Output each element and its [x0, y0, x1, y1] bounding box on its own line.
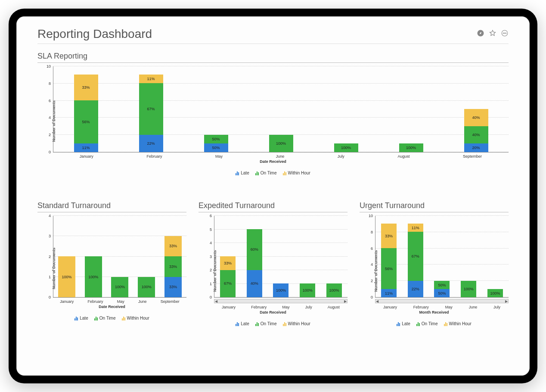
bar-segment[interactable]: 11%: [74, 143, 98, 152]
bar-segment[interactable]: 20%: [464, 143, 488, 152]
bar-segment[interactable]: 56%: [381, 248, 397, 289]
bar-segment[interactable]: 100%: [138, 277, 155, 298]
legend-item[interactable]: Within Hour: [122, 316, 149, 320]
bar-segment[interactable]: 100%: [111, 277, 128, 298]
bar-segment[interactable]: 100%: [399, 143, 423, 152]
bar-column: 100%: [326, 216, 342, 297]
bar-segment[interactable]: 11%: [408, 224, 423, 232]
bar-segment[interactable]: 50%: [434, 281, 450, 289]
bar-segment[interactable]: 50%: [204, 143, 228, 152]
x-tick: February: [251, 305, 267, 309]
bar-column: 40%60%: [247, 216, 262, 297]
legend-item[interactable]: On Time: [255, 171, 277, 175]
y-tick: 4: [49, 115, 53, 120]
compass-icon[interactable]: [477, 29, 484, 39]
bars: 67%33%40%60%100%100%100%: [214, 216, 347, 297]
x-tick: January: [80, 154, 93, 159]
bar-segment[interactable]: 67%: [139, 83, 163, 135]
legend-swatch-icon: [236, 171, 239, 175]
y-tick: 6: [49, 99, 53, 103]
bar-segment[interactable]: 33%: [220, 256, 236, 270]
bar-column: 50%50%: [434, 216, 450, 297]
legend-item[interactable]: Within Hour: [283, 171, 310, 175]
legend-label: On Time: [422, 321, 438, 326]
legend-item[interactable]: Late: [74, 316, 88, 320]
legend-label: On Time: [261, 171, 277, 175]
x-tick: July: [338, 154, 344, 159]
x-tick: September: [463, 154, 482, 159]
bar-segment[interactable]: 50%: [434, 289, 450, 297]
legend-label: Late: [80, 316, 88, 320]
y-tick: 0: [371, 295, 375, 299]
y-tick: 8: [371, 230, 375, 234]
legend-item[interactable]: Within Hour: [444, 321, 472, 326]
legend-item[interactable]: Late: [236, 171, 249, 175]
legend-label: Within Hour: [449, 321, 472, 326]
bar-segment[interactable]: 33%: [164, 236, 182, 257]
x-tick: February: [146, 154, 162, 159]
y-tick: 1: [49, 275, 53, 279]
bar-segment[interactable]: 40%: [247, 270, 262, 297]
bar-segment[interactable]: 22%: [139, 135, 163, 152]
chart-horizontal-scrollbar[interactable]: ◀▶: [214, 299, 347, 303]
x-tick: January: [383, 305, 397, 309]
legend-label: Within Hour: [127, 316, 149, 320]
bar-segment[interactable]: 100%: [85, 256, 102, 297]
y-tick: 5: [210, 227, 214, 232]
bar-segment[interactable]: 100%: [487, 289, 503, 297]
more-icon[interactable]: [501, 29, 509, 39]
bar-segment[interactable]: 56%: [74, 100, 98, 143]
legend: LateOn TimeWithin Hour: [37, 171, 509, 175]
bar-segment[interactable]: 11%: [139, 75, 163, 83]
bar-segment[interactable]: 33%: [164, 256, 182, 277]
x-tick: May: [445, 305, 453, 309]
legend-item[interactable]: Late: [236, 321, 249, 326]
bar-column: 100%: [111, 216, 128, 297]
bar-column: 100%: [334, 66, 358, 152]
x-tick: August: [328, 305, 340, 309]
legend-item[interactable]: On Time: [94, 316, 116, 320]
bar-segment[interactable]: 100%: [461, 281, 476, 297]
y-tick: 2: [371, 279, 375, 283]
bar-segment[interactable]: 100%: [273, 283, 289, 297]
legend-label: Late: [241, 321, 249, 326]
bar-segment[interactable]: 67%: [408, 232, 423, 281]
bar-segment[interactable]: 100%: [334, 143, 358, 152]
bar-column: 100%: [300, 216, 315, 297]
bar-segment[interactable]: 50%: [204, 135, 228, 143]
y-tick: 6: [210, 214, 214, 218]
sla-chart: Number of Documents 024681011%56%33%22%6…: [37, 66, 509, 175]
svg-point-2: [503, 33, 504, 34]
legend-item[interactable]: On Time: [255, 321, 277, 326]
y-tick: 3: [49, 234, 53, 238]
bars: 100%100%100%100%33%33%33%: [53, 216, 186, 297]
legend-item[interactable]: On Time: [416, 321, 438, 326]
chart-horizontal-scrollbar[interactable]: ◀▶: [375, 299, 509, 303]
standard-chart: Number of Documents 01234100%100%100%100…: [37, 216, 186, 320]
star-icon[interactable]: [489, 29, 496, 39]
x-tick: February: [413, 305, 429, 309]
x-axis-label: Month Received: [360, 310, 509, 314]
bar-segment[interactable]: 100%: [269, 135, 293, 152]
x-tick: September: [161, 299, 180, 304]
bar-segment[interactable]: 11%: [381, 289, 397, 297]
legend: LateOn TimeWithin Hour: [37, 316, 186, 320]
bar-segment[interactable]: 33%: [164, 277, 182, 298]
bar-segment[interactable]: 67%: [220, 270, 236, 297]
bar-segment[interactable]: 22%: [408, 281, 423, 297]
y-tick: 3: [210, 255, 214, 259]
bar-segment[interactable]: 100%: [300, 283, 315, 297]
bar-segment[interactable]: 33%: [74, 75, 98, 100]
x-axis-label: Date Received: [199, 310, 347, 314]
legend-item[interactable]: Within Hour: [283, 321, 310, 326]
bar-segment[interactable]: 100%: [58, 256, 75, 297]
screen: Reporting Dashboard SLA Reporting Number…: [16, 16, 530, 376]
bar-segment[interactable]: 40%: [464, 109, 488, 126]
bar-segment[interactable]: 33%: [381, 224, 397, 248]
urgent-chart: Number of Documents 024681011%56%33%22%6…: [360, 216, 509, 326]
bar-segment[interactable]: 40%: [464, 126, 488, 143]
bar-segment[interactable]: 100%: [326, 283, 342, 297]
legend-item[interactable]: Late: [397, 321, 410, 326]
bar-segment[interactable]: 60%: [247, 229, 262, 270]
legend-swatch-icon: [444, 322, 447, 326]
